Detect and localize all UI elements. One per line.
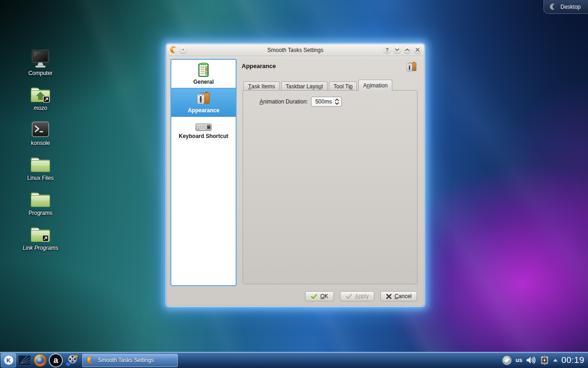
chevron-up-icon xyxy=(405,48,409,51)
task-button-smooth-tasks[interactable]: Smooth Tasks Settings xyxy=(82,354,178,367)
tab-animation[interactable]: Animation xyxy=(358,80,392,91)
check-icon xyxy=(345,293,352,300)
tab-label: A xyxy=(363,82,367,89)
general-icon xyxy=(197,63,210,77)
media-player-launcher[interactable] xyxy=(64,353,79,368)
check-icon xyxy=(311,293,317,300)
smooth-tasks-settings-window: Smooth Tasks Settings ? General Appearan… xyxy=(166,44,424,306)
chevron-down-icon xyxy=(395,48,399,51)
status-check-icon[interactable] xyxy=(502,356,512,365)
folder-link-icon xyxy=(29,221,51,243)
tab-label: Tool Ti xyxy=(334,83,350,90)
folder-icon xyxy=(29,186,51,208)
toolbox-label: Desktop xyxy=(560,4,581,10)
system-tray: us 00:19 xyxy=(502,355,584,366)
clipboard-icon[interactable] xyxy=(540,355,549,366)
help-button[interactable]: ? xyxy=(383,46,391,53)
show-desktop-button[interactable] xyxy=(17,353,32,368)
tab-label: t xyxy=(322,83,323,90)
desktop-icon-label: Computer xyxy=(28,70,53,76)
settings-category-list: General Appearance Keyboard Shortcut xyxy=(170,59,237,286)
desktop-icon-programs[interactable]: Programs xyxy=(20,186,61,221)
page-title: Appearance xyxy=(242,63,276,69)
dialog-button-row: OK Apply Cancel xyxy=(305,291,417,301)
window-menu-button[interactable] xyxy=(179,46,187,53)
sidebar-item-appearance[interactable]: Appearance xyxy=(171,88,236,117)
appearance-header-icon xyxy=(406,61,418,75)
maximize-button[interactable] xyxy=(403,46,411,53)
minimize-button[interactable] xyxy=(393,46,401,53)
media-player-icon xyxy=(65,354,79,367)
keyboard-layout-indicator[interactable]: us xyxy=(515,357,522,363)
animation-duration-label: Animation Duration: xyxy=(260,98,308,105)
app-crescent-icon xyxy=(86,356,95,364)
home-folder-link-icon xyxy=(29,81,51,104)
cancel-button[interactable]: Cancel xyxy=(380,291,417,301)
tab-label: imation xyxy=(370,82,388,89)
spinbox-value: 500ms xyxy=(315,98,332,105)
tab-tool-tip[interactable]: Tool Tip xyxy=(329,81,357,91)
animation-duration-spinbox[interactable]: 500ms xyxy=(311,97,342,107)
desktop-icon-label: Link Programs xyxy=(23,245,58,251)
firefox-icon xyxy=(34,354,47,367)
desktop-icon-linux-files[interactable]: Linux Files xyxy=(20,151,61,186)
folder-icon xyxy=(29,151,51,173)
sidebar-item-label: Appearance xyxy=(188,107,220,114)
desktop-icon-column: Computer mozo konsole Linux Files Progra… xyxy=(20,46,61,256)
tab-label: u xyxy=(318,83,322,90)
desktop-toolbox[interactable]: Desktop xyxy=(543,0,588,14)
cashew-crescent-icon xyxy=(549,3,556,10)
a-logo-icon: a xyxy=(50,354,62,367)
x-icon xyxy=(386,293,392,299)
tab-task-items[interactable]: Task Items xyxy=(243,81,280,91)
sidebar-item-general[interactable]: General xyxy=(171,60,236,88)
volume-icon[interactable] xyxy=(526,356,536,364)
sidebar-item-label: General xyxy=(193,79,214,85)
desktop-icon-link-programs[interactable]: Link Programs xyxy=(20,221,61,256)
show-desktop-icon xyxy=(18,354,31,367)
spin-down-icon xyxy=(335,102,339,105)
dot-icon xyxy=(182,49,184,50)
tab-label: ask Items xyxy=(251,83,275,90)
desktop-icon-konsole[interactable]: konsole xyxy=(20,116,61,151)
kmenu-button[interactable]: K xyxy=(1,353,16,368)
sidebar-item-keyboard-shortcut[interactable]: Keyboard Shortcut xyxy=(171,117,236,145)
tray-expand-arrow-icon[interactable] xyxy=(553,359,558,362)
desktop-icon-label: Programs xyxy=(28,210,52,216)
keyboard-icon xyxy=(195,123,212,132)
sidebar-item-label: Keyboard Shortcut xyxy=(179,133,228,139)
spinbox-arrows[interactable] xyxy=(335,98,339,105)
task-button-label: Smooth Tasks Settings xyxy=(98,357,154,363)
desktop-icon-label: Linux Files xyxy=(27,175,53,181)
app-crescent-icon xyxy=(170,46,177,53)
desktop-icon-label: konsole xyxy=(31,140,50,146)
appearance-icon xyxy=(196,91,211,106)
question-icon: ? xyxy=(385,47,389,52)
spin-up-icon xyxy=(335,98,339,101)
tab-label: p xyxy=(350,83,353,90)
tab-label: n xyxy=(367,82,370,89)
window-titlebar[interactable]: Smooth Tasks Settings ? xyxy=(167,44,424,56)
tab-label: Taskbar Layo xyxy=(286,83,318,90)
ok-button[interactable]: OK xyxy=(305,291,334,301)
close-button[interactable] xyxy=(413,46,421,53)
desktop-icon-mozo[interactable]: mozo xyxy=(20,81,61,116)
appearance-tab-bar: Task Items Taskbar Layout Tool Tip Anima… xyxy=(243,80,394,91)
tab-taskbar-layout[interactable]: Taskbar Layout xyxy=(281,81,328,91)
desktop-icon-computer[interactable]: Computer xyxy=(20,46,61,81)
close-icon xyxy=(415,47,420,52)
window-title: Smooth Tasks Settings xyxy=(267,47,323,53)
taskbar-panel: K a Smooth Task xyxy=(0,352,588,368)
apply-button[interactable]: Apply xyxy=(340,291,374,301)
firefox-launcher[interactable] xyxy=(33,353,47,368)
computer-icon xyxy=(29,46,51,69)
animation-tab-panel: Animation Duration: 500ms xyxy=(243,90,418,284)
a-media-app-launcher[interactable]: a xyxy=(49,353,63,368)
desktop-icon-label: mozo xyxy=(34,105,47,111)
tab-label: T xyxy=(248,83,251,90)
digital-clock[interactable]: 00:19 xyxy=(561,355,584,365)
terminal-icon xyxy=(30,116,51,138)
kde-gear-icon: K xyxy=(4,356,13,365)
